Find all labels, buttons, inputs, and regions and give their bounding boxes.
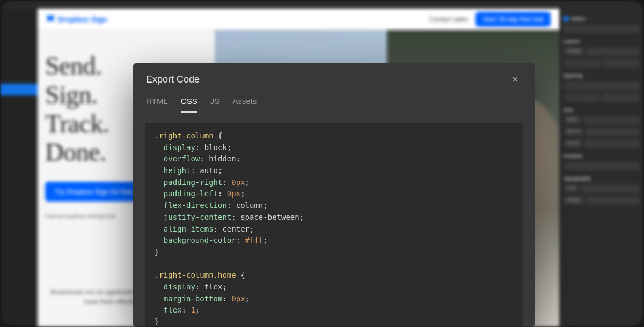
inspector-field[interactable] [583, 116, 640, 124]
modal-close-button[interactable] [509, 73, 522, 86]
code-line: display: block; [155, 142, 513, 154]
inspector-pill[interactable]: Weight [564, 196, 583, 205]
inspector-field[interactable] [586, 47, 640, 56]
close-icon [511, 75, 519, 84]
code-line: justify-content: space-between; [155, 212, 513, 224]
inspector-section: Spacing [564, 73, 640, 78]
contact-sales-link[interactable]: Contact sales [429, 16, 468, 23]
inspector-section: Select [564, 16, 640, 21]
inspector-field[interactable] [586, 196, 640, 205]
code-line: flex: 1; [155, 304, 513, 316]
site-logo-text: Dropbox Sign [58, 15, 107, 24]
modal-title: Export Code [146, 74, 200, 85]
dropbox-logo-icon [46, 15, 55, 24]
code-line: margin-bottom: 0px; [155, 293, 513, 305]
code-viewer[interactable]: .right-column {display: block;overflow: … [145, 123, 523, 327]
inspector-pill[interactable]: Width [564, 116, 581, 124]
tab-assets[interactable]: Assets [232, 96, 257, 113]
inspector-field[interactable] [564, 93, 601, 102]
code-line: padding-left: 0px; [155, 188, 513, 200]
start-trial-button[interactable]: Start 30-day free trial [475, 12, 551, 27]
inspector-pill[interactable]: Display [564, 47, 584, 56]
code-line: .right-column { [155, 130, 513, 142]
inspector-field[interactable] [586, 128, 640, 136]
modal-header: Export Code [133, 63, 535, 92]
code-line: height: auto; [155, 165, 513, 177]
code-line: background-color: #fff; [155, 235, 513, 247]
tab-html[interactable]: HTML [146, 96, 168, 113]
inspector-section: Typography [564, 176, 640, 181]
app-menubar [0, 0, 644, 9]
app-left-rail [0, 9, 38, 327]
export-code-modal: Export Code HTML CSS JS Assets .right-co… [133, 63, 535, 327]
code-line: overflow: hidden; [155, 153, 513, 165]
inspector-field[interactable] [603, 59, 640, 68]
inspector-field[interactable] [581, 184, 640, 193]
inspector-pill[interactable]: Min W [564, 139, 582, 148]
hero-cta-button[interactable]: Try Dropbox Sign for free [45, 182, 142, 202]
inspector-field[interactable] [603, 93, 640, 102]
tab-js[interactable]: JS [210, 96, 220, 113]
code-line: .right-column.home { [155, 270, 513, 281]
app-right-inspector: Select Layout Display Spacing Size Width… [559, 9, 644, 327]
code-line: } [155, 247, 513, 258]
inspector-section: Position [564, 153, 640, 159]
preview-site-header: Dropbox Sign Contact sales Start 30-day … [38, 9, 559, 30]
code-line: display: flex; [155, 281, 513, 293]
tab-css[interactable]: CSS [181, 96, 197, 113]
code-line [155, 258, 513, 270]
modal-tabs: HTML CSS JS Assets [133, 92, 535, 113]
inspector-field[interactable] [564, 162, 640, 170]
code-line: flex-direction: column; [155, 200, 513, 212]
inspector-field[interactable] [584, 139, 640, 148]
code-line: align-items: center; [155, 224, 513, 235]
inspector-field[interactable] [564, 25, 640, 33]
inspector-section: Size [564, 107, 640, 113]
inspector-pill[interactable]: Font [564, 184, 579, 193]
inspector-field[interactable] [564, 81, 640, 90]
inspector-pill[interactable]: Max W [564, 128, 583, 136]
select-indicator-icon [564, 16, 569, 21]
code-line: padding-right: 0px; [155, 177, 513, 189]
code-line: } [155, 316, 513, 327]
left-rail-active-item[interactable] [0, 84, 38, 95]
inspector-section: Layout [564, 39, 640, 44]
inspector-field[interactable] [564, 59, 601, 68]
site-logo[interactable]: Dropbox Sign [46, 15, 107, 24]
